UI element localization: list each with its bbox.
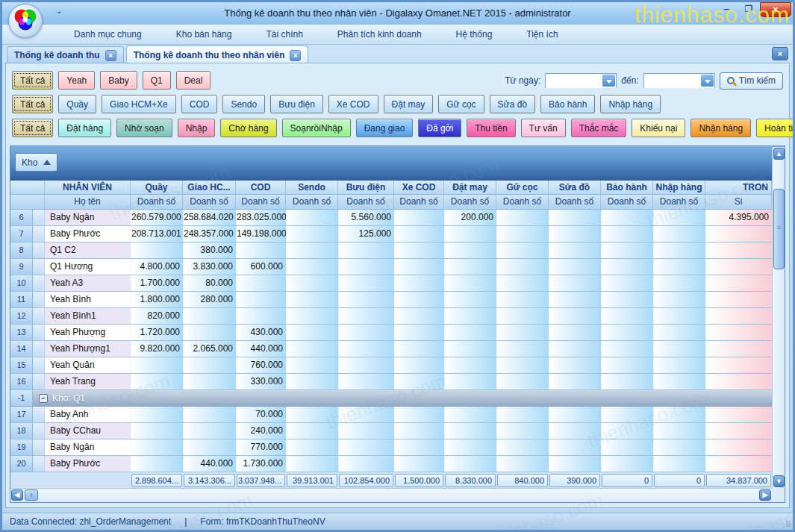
group-by-kho-button[interactable]: Kho: [15, 153, 57, 172]
filter-button[interactable]: Bưu điện: [270, 95, 323, 113]
filter-button[interactable]: Khiếu nại: [632, 119, 685, 137]
column-header[interactable]: Doanh số: [183, 195, 236, 209]
filter-button[interactable]: Nhập: [178, 119, 216, 137]
column-header[interactable]: Đặt may: [444, 181, 496, 194]
column-header[interactable]: Sendo: [286, 181, 338, 194]
tab-close-icon[interactable]: ×: [105, 50, 116, 61]
table-row[interactable]: 7Baby Phước208.713.001248.357.000149.198…: [10, 226, 772, 242]
filter-button[interactable]: Tất cả: [12, 119, 53, 137]
scroll-down-icon[interactable]: ▼: [773, 475, 785, 487]
filter-button[interactable]: Deal: [176, 71, 211, 90]
vertical-scroll-thumb[interactable]: ≡: [773, 189, 785, 269]
filter-button[interactable]: Tư vấn: [521, 119, 566, 137]
filter-button[interactable]: Nhập hàng: [600, 95, 661, 113]
filter-button[interactable]: Hoàn tiền: [756, 119, 795, 137]
column-header[interactable]: TRON: [705, 181, 772, 194]
table-row[interactable]: 8Q1 C2380.000: [10, 242, 772, 259]
from-date-combo[interactable]: [545, 73, 617, 88]
table-row[interactable]: 10Yeah A31.700.00080.000: [10, 275, 772, 292]
column-header[interactable]: Giao HC...: [183, 181, 236, 194]
table-row[interactable]: 13Yeah Phượng1.720.000430.000: [10, 325, 772, 341]
filter-button[interactable]: Thắc mắc: [571, 119, 627, 137]
resize-grip-icon[interactable]: [781, 518, 791, 528]
column-header[interactable]: Sửa đồ: [549, 181, 601, 194]
column-header[interactable]: Doanh số: [394, 195, 444, 209]
filter-button[interactable]: COD: [181, 95, 218, 113]
table-row[interactable]: 20Baby Phước440.0001.730.000: [10, 456, 772, 472]
tab-close-icon[interactable]: ×: [290, 50, 301, 61]
menu-item[interactable]: Tài chính: [263, 27, 305, 42]
group-row[interactable]: -1−Kho: Q1: [10, 390, 772, 407]
column-header[interactable]: Si: [705, 195, 772, 209]
column-header[interactable]: Họ tên: [45, 195, 131, 209]
horizontal-scroll-thumb[interactable]: ‖: [25, 489, 38, 501]
menu-item[interactable]: Phân tích kinh doanh: [334, 27, 425, 42]
filter-button[interactable]: Đặt may: [384, 95, 434, 113]
tab-thong-ke-doanh-thu[interactable]: Thống kê doanh thu ×: [7, 46, 124, 63]
scroll-up-icon[interactable]: ▲: [773, 148, 785, 160]
column-header[interactable]: Doanh số: [601, 195, 653, 209]
filter-button[interactable]: Thu tiền: [467, 119, 515, 137]
filter-button[interactable]: Giao HCM+Xe: [102, 95, 176, 113]
column-header[interactable]: Nhập hàng: [653, 181, 705, 194]
filter-button[interactable]: Q1: [143, 71, 171, 90]
table-row[interactable]: 9Q1 Hương4.800.0003.830.000600.000: [10, 259, 772, 275]
table-row[interactable]: 16Yeah Trang330.000: [10, 374, 772, 390]
dropdown-arrow-icon[interactable]: [701, 75, 714, 87]
filter-button[interactable]: Tất cả: [12, 71, 53, 90]
table-row[interactable]: 17Baby Anh70.000: [10, 407, 772, 423]
vertical-scrollbar[interactable]: ▲ ≡ ▼: [772, 147, 785, 488]
column-header[interactable]: Xe COD: [394, 181, 444, 194]
column-header[interactable]: Doanh số: [549, 195, 601, 209]
filter-button[interactable]: Baby: [100, 71, 137, 90]
filter-button[interactable]: Sửa đồ: [490, 95, 535, 113]
column-header[interactable]: Bảo hành: [601, 181, 653, 194]
filter-button[interactable]: Đang giao: [356, 119, 414, 137]
filter-button[interactable]: Tất cả: [12, 95, 53, 113]
filter-button[interactable]: Đặt hàng: [58, 119, 111, 137]
table-row[interactable]: 11Yeah Bình1.800.000280.000: [10, 292, 772, 308]
menu-item[interactable]: Kho bán hàng: [173, 27, 235, 42]
column-header[interactable]: Gữ cọc: [496, 181, 549, 194]
column-header[interactable]: NHÂN VIÊN: [45, 181, 131, 194]
tabstrip-close-button[interactable]: ×: [772, 47, 788, 60]
filter-button[interactable]: Đã gởi: [418, 119, 461, 137]
search-button[interactable]: Tìm kiếm: [720, 72, 783, 90]
filter-button[interactable]: Quầy: [58, 95, 96, 113]
column-header[interactable]: Doanh số: [653, 195, 705, 209]
table-row[interactable]: 15Yeah Quân760.000: [10, 357, 772, 374]
column-header[interactable]: Doanh số: [496, 195, 549, 209]
collapse-icon[interactable]: −: [39, 394, 48, 403]
column-header[interactable]: Bưu điện: [338, 181, 394, 194]
menu-item[interactable]: Danh mục chung: [71, 27, 145, 42]
to-date-combo[interactable]: [643, 73, 715, 88]
table-row[interactable]: 14Yeah Phượng19.820.0002.065.000440.000: [10, 341, 772, 357]
column-header[interactable]: Doanh số: [236, 195, 286, 209]
filter-button[interactable]: Gữ cọc: [438, 95, 484, 113]
filter-button[interactable]: Nhờ soạn: [116, 119, 172, 137]
table-row[interactable]: 12Yeah Bình1820.000: [10, 308, 772, 325]
menu-item[interactable]: Hệ thống: [453, 27, 496, 42]
dropdown-arrow-icon[interactable]: [602, 75, 615, 87]
column-header[interactable]: Doanh số: [286, 195, 338, 209]
tab-thong-ke-doanh-thu-theo-nhan-vien[interactable]: Thống kê doanh thu theo nhân viên ×: [126, 46, 309, 64]
scroll-left-icon[interactable]: ◀: [11, 489, 23, 501]
column-header[interactable]: Doanh số: [338, 195, 394, 209]
table-row[interactable]: 19Baby Ngân770.000: [10, 439, 772, 456]
horizontal-scrollbar[interactable]: ◀ ‖ ▶: [10, 488, 772, 502]
column-header[interactable]: Doanh số: [444, 195, 496, 209]
filter-button[interactable]: Sendo: [222, 95, 265, 113]
column-header[interactable]: Quầy: [131, 181, 183, 194]
scroll-right-icon[interactable]: ▶: [759, 489, 771, 501]
filter-button[interactable]: Yeah: [58, 71, 95, 90]
column-header[interactable]: Doanh số: [131, 195, 183, 209]
filter-button[interactable]: Xe COD: [328, 95, 378, 113]
table-row[interactable]: 6Baby Ngân260.579.000258.684.020283.025.…: [10, 210, 772, 226]
column-header[interactable]: COD: [236, 181, 286, 194]
table-row[interactable]: 18Baby CChau240.000: [10, 423, 772, 439]
menu-item[interactable]: Tiện ích: [523, 27, 561, 42]
filter-button[interactable]: SoạnrồiNhập: [282, 119, 351, 137]
filter-button[interactable]: Nhận hàng: [690, 119, 751, 137]
filter-button[interactable]: Bảo hành: [540, 95, 595, 113]
filter-button[interactable]: Chờ hàng: [220, 119, 276, 137]
